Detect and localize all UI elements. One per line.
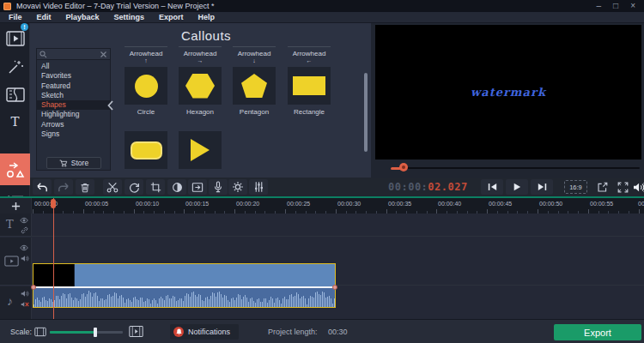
ruler-label: 00:00:05: [85, 201, 108, 207]
previous-frame-button[interactable]: [481, 179, 503, 195]
titles-track-icon: T: [6, 218, 14, 231]
fullscreen-icon: [617, 182, 629, 193]
playhead-line: [53, 198, 54, 319]
bell-icon: [176, 328, 182, 335]
search-box: [37, 49, 110, 60]
eye-icon[interactable]: [20, 217, 28, 224]
link-icon[interactable]: [21, 226, 28, 234]
color-adjustments-button[interactable]: [167, 179, 186, 195]
callouts-icon: [5, 160, 26, 179]
video-preview[interactable]: watermark: [375, 25, 641, 159]
category-highlighting[interactable]: Highlighting: [37, 110, 110, 119]
add-track-button[interactable]: [0, 198, 32, 214]
project-length-value: 00:30: [328, 328, 348, 336]
menu-help[interactable]: Help: [198, 13, 216, 21]
ruler-label: 00:00:30: [337, 201, 361, 207]
title-bar: Movavi Video Editor – 7-Day Trial Versio…: [0, 0, 644, 12]
panel-scrollbar[interactable]: [364, 73, 368, 152]
category-shapes[interactable]: Shapes: [37, 100, 110, 110]
zoom-in-timeline-icon[interactable]: [129, 325, 143, 338]
store-button[interactable]: Store: [46, 157, 101, 169]
menu-playback[interactable]: Playback: [66, 13, 100, 21]
video-track[interactable]: [0, 238, 644, 286]
sidebar-item-filters[interactable]: [0, 55, 30, 78]
speaker-icon[interactable]: [21, 290, 29, 298]
clip-properties-button[interactable]: [228, 179, 247, 195]
envelope-handle-left[interactable]: [31, 285, 36, 290]
category-all[interactable]: All: [37, 62, 110, 71]
maximize-button[interactable]: □: [613, 0, 618, 12]
eye-icon[interactable]: [20, 244, 28, 251]
mute-icon[interactable]: [21, 300, 29, 309]
aspect-ratio-button[interactable]: 16:9: [564, 180, 587, 194]
seek-bar[interactable]: [391, 167, 640, 169]
play-icon: [513, 183, 521, 191]
timeline-tracks: T: [0, 214, 644, 319]
magic-wand-icon: [8, 59, 23, 75]
category-sketch[interactable]: Sketch: [37, 91, 110, 100]
record-audio-button[interactable]: [209, 179, 228, 195]
clear-search-icon[interactable]: [100, 51, 107, 58]
skip-forward-icon: [538, 183, 547, 191]
rotate-button[interactable]: [125, 179, 143, 195]
speaker-icon[interactable]: [21, 255, 29, 262]
menu-settings[interactable]: Settings: [114, 13, 145, 21]
volume-button[interactable]: [629, 179, 644, 195]
collapse-panel-arrow[interactable]: [107, 97, 116, 114]
menu-edit[interactable]: Edit: [37, 13, 52, 21]
menu-file[interactable]: File: [9, 13, 22, 21]
timecode-current: 02.027: [428, 181, 467, 193]
category-featured[interactable]: Featured: [37, 81, 110, 91]
split-button[interactable]: [103, 179, 122, 195]
seek-handle[interactable]: [399, 163, 408, 172]
callouts-search-input[interactable]: [47, 51, 100, 58]
timeline-ruler[interactable]: 00:00:00 00:00:05 00:00:10 00:00:15 00:0…: [0, 198, 644, 214]
redo-button[interactable]: [54, 179, 73, 195]
ruler-label: 00:00:45: [489, 201, 512, 207]
envelope-handle-right[interactable]: [332, 285, 337, 290]
callout-header: Arrowhead: [288, 46, 331, 57]
category-signs[interactable]: Signs: [37, 129, 110, 139]
category-favorites[interactable]: Favorites: [37, 71, 110, 81]
callouts-panel: Callouts All Favorites Featured Sketch S…: [30, 23, 371, 178]
sidebar-item-titles[interactable]: T: [0, 110, 30, 133]
volume-envelope-line[interactable]: [33, 286, 335, 288]
notifications-button[interactable]: Notifications: [170, 324, 239, 340]
playhead-handle[interactable]: [51, 199, 56, 208]
callout-thumb-hexagon[interactable]: [179, 67, 222, 105]
zoom-out-timeline-icon[interactable]: [34, 327, 46, 337]
ruler-label: 00:00:40: [438, 201, 461, 207]
category-arrows[interactable]: Arrows: [37, 120, 110, 129]
detach-player-button[interactable]: [592, 179, 611, 195]
close-button[interactable]: ×: [630, 0, 635, 12]
audio-track[interactable]: ♪: [0, 286, 644, 319]
callout-thumb-rounded-rectangle[interactable]: [125, 131, 167, 169]
next-frame-button[interactable]: [531, 179, 553, 195]
callout-thumb-pentagon[interactable]: [233, 67, 276, 105]
export-button[interactable]: Export: [554, 324, 641, 340]
callout-thumb-rectangle[interactable]: [288, 67, 331, 105]
ruler-label: 00:00:25: [287, 201, 310, 207]
crop-button[interactable]: [146, 179, 165, 195]
sidebar-item-media-import[interactable]: !: [0, 27, 30, 50]
sidebar-item-callouts[interactable]: [0, 153, 30, 185]
menu-export[interactable]: Export: [159, 13, 184, 21]
sidebar-item-transitions[interactable]: [0, 83, 30, 106]
callout-card-rectangle: Arrowhead ← Rectangle: [288, 46, 331, 116]
audio-track-note-icon: ♪: [7, 294, 13, 308]
movavi-video-editor-window: Movavi Video Editor – 7-Day Trial Versio…: [0, 0, 644, 343]
scale-slider-handle[interactable]: [94, 328, 97, 337]
project-length-label: Project length:: [268, 328, 318, 336]
callout-thumb-circle[interactable]: [125, 67, 167, 105]
play-button[interactable]: [506, 179, 528, 195]
undo-button[interactable]: [33, 179, 52, 195]
audio-properties-button[interactable]: [249, 179, 268, 195]
pan-zoom-button[interactable]: [188, 179, 207, 195]
delete-button[interactable]: [76, 179, 94, 195]
timecode-static: 00:00:: [388, 181, 428, 193]
titles-track[interactable]: T: [0, 214, 644, 237]
skip-back-icon: [488, 183, 497, 191]
contrast-icon: [172, 182, 183, 193]
callout-thumb-triangle[interactable]: [179, 131, 222, 169]
minimize-button[interactable]: –: [597, 0, 602, 12]
